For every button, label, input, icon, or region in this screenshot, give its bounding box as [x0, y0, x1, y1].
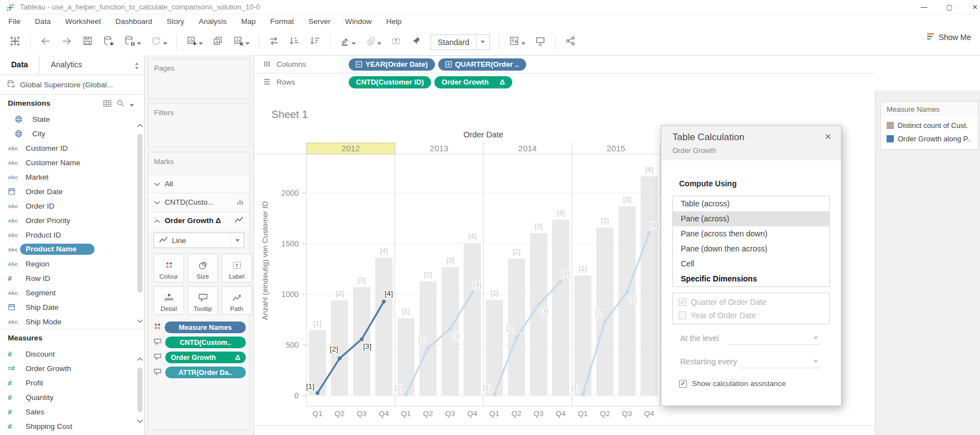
compute-option-specific-dimensions[interactable]: Specific Dimensions — [673, 271, 829, 286]
swap-button[interactable] — [265, 33, 283, 51]
back-arrow-button[interactable] — [36, 33, 55, 51]
menu-item-help[interactable]: Help — [379, 14, 409, 29]
scroll-track[interactable] — [137, 130, 142, 315]
line-point[interactable] — [360, 337, 364, 341]
datasource-item[interactable]: Global Superstore (Global... — [0, 75, 144, 94]
marks-item-cntd-custo[interactable]: CNTD(Custo... — [149, 193, 249, 211]
mark-type-select[interactable]: Line — [154, 233, 244, 248]
dimension-segment[interactable]: AbcSegment — [0, 285, 144, 300]
save-button[interactable] — [78, 33, 97, 51]
bar-mark-2013-q4[interactable] — [464, 243, 481, 396]
bar-mark-2012-q3[interactable] — [353, 287, 370, 396]
maximize-button[interactable]: ▢ — [937, 0, 962, 14]
pill-attr-order-da[interactable]: ATTR(Order Da.. — [165, 367, 246, 378]
path-button[interactable]: Path — [221, 286, 252, 315]
label-button[interactable]: TLabel — [221, 254, 252, 283]
pause-datasource-button[interactable] — [120, 33, 145, 51]
presentation-button[interactable] — [531, 33, 550, 51]
measure-names-legend[interactable]: Measure Names Distinct count of Cust.Ord… — [880, 101, 978, 150]
new-worksheet-button[interactable] — [182, 33, 206, 51]
tab-data[interactable]: Data — [0, 55, 39, 75]
legend-item-order-growth-along-p[interactable]: Order Growth along P.. — [881, 132, 978, 145]
columns-shelf[interactable]: Columns YEAR(Order Date)QUARTER(Order .. — [254, 56, 875, 73]
scroll-down-icon[interactable] — [137, 416, 143, 426]
dimension-order-date[interactable]: Order Date — [0, 184, 144, 199]
caret-down-icon[interactable] — [245, 37, 250, 47]
dimension-market[interactable]: AbcMarket — [0, 170, 144, 184]
line-point[interactable] — [537, 303, 541, 307]
filters-shelf[interactable]: Filters — [148, 103, 250, 147]
pin-button[interactable] — [407, 33, 425, 51]
menu-item-analysis[interactable]: Analysis — [191, 14, 234, 29]
line-point[interactable] — [471, 291, 474, 295]
dimension-order-id[interactable]: AbcOrder ID — [0, 199, 144, 213]
chevron-up-icon[interactable] — [154, 216, 160, 225]
refresh-button[interactable] — [147, 33, 171, 51]
compute-option-cell[interactable]: Cell — [673, 256, 829, 271]
line-point[interactable] — [382, 300, 386, 304]
menu-item-map[interactable]: Map — [234, 14, 263, 29]
line-point[interactable] — [647, 231, 651, 235]
compute-option-pane-across-then-down[interactable]: Pane (across then down) — [673, 226, 829, 241]
view-mode-caret-icon[interactable] — [476, 35, 489, 50]
dimension-order-priority[interactable]: AbcOrder Priority — [0, 213, 144, 228]
chevron-down-icon[interactable] — [154, 198, 160, 206]
bar-mark-2015-q4[interactable] — [641, 176, 658, 396]
scroll-thumb[interactable] — [137, 134, 142, 293]
marks-item-all[interactable]: All — [149, 175, 249, 192]
dimension-product-name[interactable]: AbcProduct Name — [0, 242, 144, 256]
minus-box-icon[interactable] — [356, 61, 362, 67]
duplicate-button[interactable] — [209, 33, 227, 51]
caret-down-icon[interactable] — [377, 37, 382, 47]
paperclip-button[interactable] — [362, 33, 385, 51]
pill-cntd-customer-id[interactable]: CNTD(Customer ID) — [349, 76, 431, 88]
search-icon[interactable] — [117, 100, 124, 108]
line-point[interactable] — [625, 290, 629, 294]
line-point[interactable] — [603, 320, 607, 324]
compute-option-pane-down-then-across[interactable]: Pane (down then across) — [673, 241, 829, 256]
caret-down-icon[interactable] — [137, 37, 141, 47]
pill-order-growth[interactable]: Order GrowthΔ — [434, 76, 512, 88]
caret-down-icon[interactable] — [163, 37, 167, 47]
minimize-button[interactable]: — — [911, 0, 937, 14]
compute-option-pane-across[interactable]: Pane (across) — [673, 211, 829, 226]
highlight-button[interactable] — [336, 33, 359, 51]
measure-discount[interactable]: #Discount — [0, 347, 144, 361]
rows-shelf[interactable]: Rows CNTD(Customer ID)Order GrowthΔ — [254, 73, 875, 91]
line-point[interactable] — [448, 327, 452, 331]
tooltip-button[interactable]: Tooltip — [187, 286, 218, 315]
order-growth-line-2015[interactable] — [583, 233, 649, 394]
menu-item-dashboard[interactable]: Dashboard — [108, 14, 160, 29]
pill-order-growth[interactable]: Order GrowthΔ — [165, 352, 246, 363]
tableau-logo-button[interactable] — [6, 33, 24, 51]
line-point[interactable] — [404, 393, 408, 397]
view-as-grid-icon[interactable] — [103, 100, 111, 108]
dimension-city[interactable]: City — [0, 126, 144, 141]
add-datasource-button[interactable] — [99, 33, 118, 51]
scroll-thumb[interactable] — [137, 368, 142, 412]
legend-item-distinct-count-of-cust[interactable]: Distinct count of Cust. — [881, 118, 978, 132]
dimensions-scrollbar[interactable] — [136, 120, 143, 325]
measure-shipping-cost[interactable]: #Shipping Cost — [0, 419, 144, 433]
sort-descending-button[interactable] — [306, 33, 324, 51]
colour-button[interactable]: Colour — [154, 254, 184, 283]
bar-mark-2014-q4[interactable] — [552, 220, 570, 396]
dimension-customer-id[interactable]: AbcCustomer ID — [0, 141, 144, 155]
pill-cntd-custom[interactable]: CNTD(Custom.. — [165, 337, 246, 348]
caret-down-icon[interactable] — [521, 37, 526, 47]
line-point[interactable] — [315, 391, 319, 395]
order-growth-line-2014[interactable] — [494, 281, 561, 394]
show-me-button[interactable]: Show Me — [926, 32, 971, 42]
plus-box-icon[interactable] — [446, 61, 452, 67]
compute-option-table-across[interactable]: Table (across) — [673, 196, 829, 211]
measure-profit[interactable]: #Profit — [0, 375, 144, 390]
forward-arrow-button[interactable] — [57, 33, 76, 51]
showme-panel-button[interactable] — [505, 33, 529, 51]
pages-shelf[interactable]: Pages — [148, 58, 250, 98]
calculation-assistance-checkbox[interactable]: ✓ Show calculation assistance — [679, 379, 786, 388]
dimensions-menu-caret-icon[interactable] — [130, 100, 134, 108]
dimension-row-id[interactable]: #Row ID — [0, 271, 144, 285]
line-point[interactable] — [559, 280, 563, 284]
scroll-up-icon[interactable] — [137, 353, 143, 363]
caret-down-icon[interactable] — [352, 37, 356, 47]
